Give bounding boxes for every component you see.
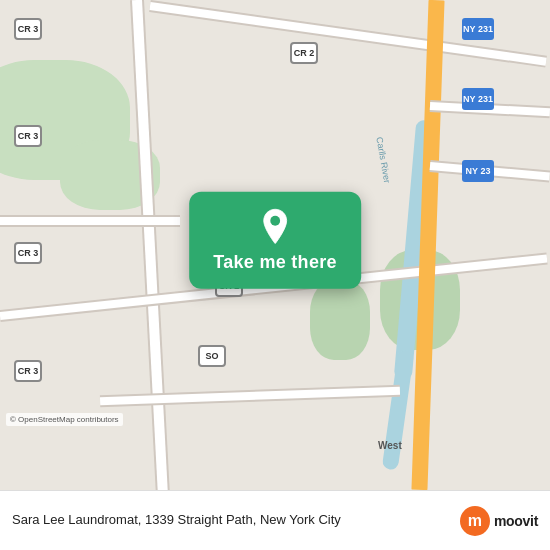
take-me-there-label: Take me there: [213, 252, 337, 273]
route-badge-ny231-2: NY 231: [462, 88, 494, 110]
route-badge-cr3-2: CR 3: [14, 125, 42, 147]
route-badge-cr2-1: CR 2: [290, 42, 318, 64]
route-badge-so: SO: [198, 345, 226, 367]
west-label: West: [378, 440, 402, 451]
route-badge-cr3-1: CR 3: [14, 18, 42, 40]
svg-point-0: [270, 216, 280, 226]
map-container: Carlls River CR 3 CR 3 CR 3 CR 3 CR 2 CR…: [0, 0, 550, 490]
moovit-logo: m moovit: [460, 506, 538, 536]
route-badge-ny231-1: NY 231: [462, 18, 494, 40]
route-badge-cr3-4: CR 3: [14, 360, 42, 382]
moovit-text: moovit: [494, 513, 538, 529]
bottom-bar: Sara Lee Laundromat, 1339 Straight Path,…: [0, 490, 550, 550]
road-cr3-h: [0, 217, 180, 225]
green-area-4: [310, 280, 370, 360]
moovit-m-icon: m: [460, 506, 490, 536]
location-pin-icon: [257, 208, 293, 244]
take-me-there-button[interactable]: Take me there: [189, 192, 361, 289]
osm-attribution: © OpenStreetMap contributors: [6, 413, 123, 426]
place-name: Sara Lee Laundromat, 1339 Straight Path,…: [12, 512, 450, 529]
route-badge-cr3-3: CR 3: [14, 242, 42, 264]
route-badge-ny23: NY 23: [462, 160, 494, 182]
